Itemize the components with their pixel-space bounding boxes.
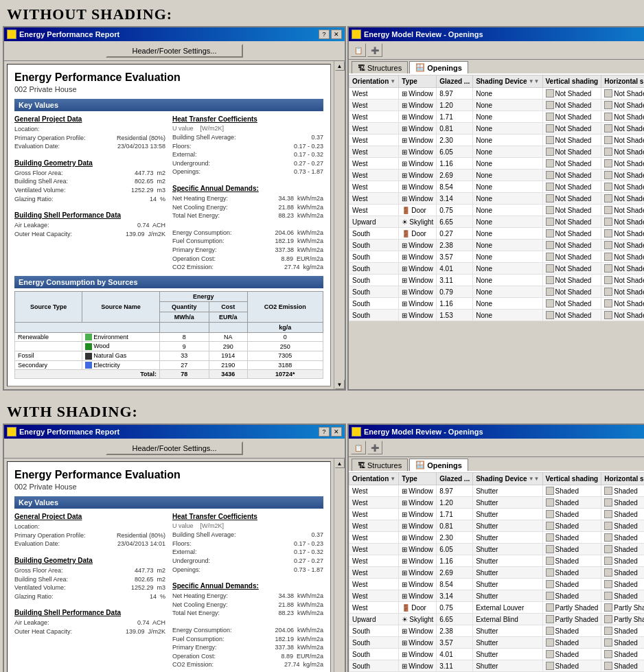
vertical-shading-icon [546, 229, 554, 237]
cell-type: ⊞Window [399, 170, 437, 181]
header-footer-btn-bottom[interactable]: Header/Footer Settings... [106, 441, 243, 455]
horizontal-shading-text: Not Shaded [614, 113, 644, 121]
primary-energy-value-top: 337.38 kWh/m2a [275, 246, 323, 255]
heat-cap-label-bottom: Outer Heat Capacity: [14, 627, 72, 636]
cell-type: ⊞Window [399, 263, 437, 275]
vertical-shading-icon [546, 159, 554, 167]
bsa-label-top: Building Shell Average: [172, 133, 235, 142]
horizontal-shading-text: Shaded [614, 534, 637, 542]
eval-date-row-top: Evaluation Date: 23/04/2013 13:58 [14, 142, 165, 151]
cell-vertical: Not Shaded [542, 286, 601, 298]
epr-subtitle-bottom: 002 Private House [14, 483, 323, 491]
shell-perf-title-bottom: Building Shell Performance Data [14, 609, 165, 616]
horizontal-shading-text: Not Shaded [614, 137, 644, 144]
cell-device: Shutter [473, 532, 542, 544]
tab-openings-bottom[interactable]: 🪟 Openings [409, 459, 468, 471]
cell-vertical: Shaded [542, 590, 601, 602]
emr-btn1-bottom[interactable]: 📋 [351, 441, 366, 454]
horizontal-shading-icon [604, 229, 612, 237]
cell-device: None [473, 158, 542, 170]
emr-btn2-bottom[interactable]: ➕ [367, 441, 382, 454]
emr-table-container-top: Orientation ▼ Type Glazed ... Shading De… [349, 73, 644, 321]
net-heat-label-bottom: Net Heating Energy: [172, 592, 228, 601]
table-row: South ⊞Window 4.01 Shutter Shaded Shaded [349, 649, 645, 660]
table-row: West ⊞Window 8.54 Shutter Shaded Shaded [349, 579, 645, 590]
shading-device-col-label-top: Shading Device [476, 78, 527, 85]
net-heat-row-top: Net Heating Energy: 34.38 kWh/m2a [172, 194, 323, 203]
emr-btn2-top[interactable]: ➕ [367, 43, 382, 57]
emr-btn1-top[interactable]: 📋 [351, 43, 366, 57]
vertical-shading-icon [546, 580, 554, 588]
vertical-shading-icon [546, 533, 554, 542]
cell-type: ⊞Window [399, 158, 437, 170]
horizontal-shading-icon [604, 311, 612, 319]
vertical-shading-text: Not Shaded [555, 148, 592, 156]
cell-glazed: 8.54 [437, 579, 473, 590]
help-button-bottom[interactable]: ? [319, 427, 330, 437]
renewable-type-top: Renewable [15, 332, 82, 342]
cell-device: Shutter [473, 649, 542, 660]
fuel-cons-label-top: Fuel Consumption: [172, 237, 225, 246]
cell-vertical: Shaded [542, 509, 601, 520]
horizontal-shading-icon [604, 241, 612, 249]
vertical-shading-icon [546, 171, 554, 179]
gross-floor-label-bottom: Gross Floor Area: [14, 566, 63, 575]
vertical-shading-text: Partly Shaded [555, 616, 599, 623]
cell-horizontal: Shaded [601, 590, 644, 602]
vertical-shading-icon [546, 638, 554, 647]
cell-vertical: Not Shaded [542, 240, 601, 251]
tab-structures-bottom[interactable]: 🏗 Structures [352, 459, 408, 471]
help-button-top[interactable]: ? [319, 30, 330, 39]
orientation-filter-icon-top[interactable]: ▼ [390, 78, 395, 84]
cell-glazed: 3.14 [437, 590, 473, 602]
scroll-down-top[interactable]: ▼ [335, 380, 345, 389]
table-row: Wood 9 290 250 [15, 342, 323, 351]
shading-device-filter-top[interactable]: ▼▼ [529, 78, 540, 84]
gross-floor-label-top: Gross Floor Area: [14, 169, 63, 178]
vertical-shading-icon [546, 194, 554, 202]
header-footer-btn-top[interactable]: Header/Footer Settings... [106, 44, 243, 58]
underground-value-bottom: 0.27 - 0.27 [294, 557, 323, 566]
horizontal-shading-text: Not Shaded [614, 218, 644, 226]
horizontal-shading-icon [604, 592, 612, 600]
openings-value-bottom: 0.73 - 1.87 [294, 566, 323, 575]
table-row: West ⊞Window 1.16 Shutter Shaded Shaded [349, 555, 645, 567]
co2-label-top: CO2 Emission: [172, 263, 214, 272]
cell-orientation: South [349, 298, 399, 310]
tab-structures-top[interactable]: 🏗 Structures [352, 61, 408, 73]
horizontal-shading-text: Shaded [614, 557, 637, 565]
vertical-shading-icon [546, 510, 554, 518]
cell-device: None [473, 275, 542, 286]
bsa-label-bottom: Building Shell Average: [172, 531, 235, 540]
vertical-shading-text: Not Shaded [555, 183, 592, 191]
col-cost-top: Cost [209, 301, 247, 312]
cell-type: ⊞Window [399, 625, 437, 637]
openings-icon-top: 🪟 [415, 63, 425, 72]
cell-horizontal: Not Shaded [601, 88, 644, 100]
cell-orientation: West [349, 181, 399, 193]
glazing-value-bottom: 14 % [150, 592, 165, 601]
shading-device-filter-bottom[interactable]: ▼▼ [529, 476, 540, 482]
air-leak-value-top: 0.74 ACH [137, 221, 165, 230]
table-row: Fossil Natural Gas 33 1914 7305 [15, 351, 323, 360]
cell-orientation: South [349, 625, 399, 637]
table-row: South ⊞Window 2.38 Shutter Shaded Shaded [349, 625, 645, 637]
horizontal-shading-icon [604, 545, 612, 553]
cell-horizontal: Shaded [601, 649, 644, 660]
scroll-up-bottom[interactable]: ▲ [335, 459, 345, 468]
cell-horizontal: Shaded [601, 660, 644, 672]
th-orientation-top: Orientation ▼ [349, 76, 399, 88]
air-leak-label-bottom: Air Leakage: [14, 618, 49, 627]
th-horizontal-bottom: Horizontal shading [601, 473, 644, 485]
scroll-up-top[interactable]: ▲ [335, 61, 345, 71]
close-button-bottom[interactable]: ✕ [331, 427, 342, 437]
cell-device: Shutter [473, 590, 542, 602]
cell-orientation: West [349, 509, 399, 520]
orientation-filter-icon-bottom[interactable]: ▼ [390, 476, 395, 482]
cell-vertical: Shaded [542, 520, 601, 532]
cell-type: ⊞Window [399, 111, 437, 123]
close-button-top[interactable]: ✕ [331, 30, 342, 39]
cell-glazed: 2.38 [437, 625, 473, 637]
tab-openings-top[interactable]: 🪟 Openings [409, 61, 468, 73]
cell-vertical: Not Shaded [542, 88, 601, 100]
